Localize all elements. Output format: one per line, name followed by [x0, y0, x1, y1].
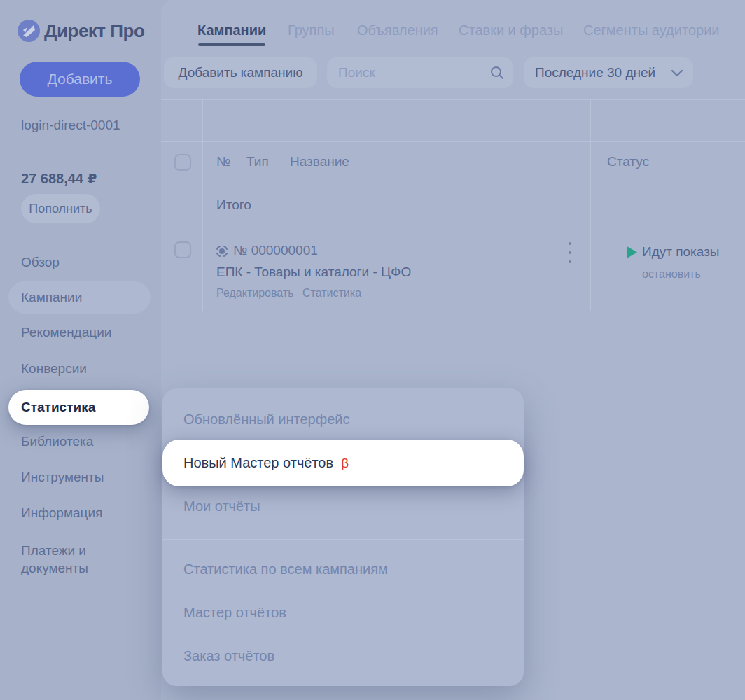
stop-campaign-link[interactable]: остановить [642, 268, 701, 281]
total-row-label: Итого [216, 197, 251, 213]
sidebar-item-statistics[interactable]: Статистика [21, 398, 95, 417]
table-column-divider [590, 99, 591, 311]
search-icon [489, 65, 505, 80]
menu-item-new-report-wizard[interactable]: Новый Мастер отчётов β [162, 440, 524, 486]
sidebar-item-tools[interactable]: Инструменты [21, 468, 104, 487]
app-title: Директ Про [44, 20, 144, 42]
table-border [161, 141, 745, 142]
status-badge: Идут показы [642, 244, 720, 260]
menu-item-label: Новый Мастер отчётов [183, 455, 333, 471]
table-border [161, 99, 745, 100]
menu-item-report-wizard[interactable]: Мастер отчётов [183, 603, 286, 622]
date-range-selector[interactable]: Последние 30 дней [524, 57, 693, 88]
column-header-number[interactable]: № [216, 153, 230, 170]
table-column-divider [202, 99, 203, 311]
campaign-edit-link[interactable]: Редактировать [216, 287, 294, 300]
topup-button[interactable]: Пополнить [21, 194, 100, 223]
direct-pro-logo-icon [18, 20, 40, 42]
menu-item-stats-all-campaigns[interactable]: Статистика по всем кампаниям [183, 559, 388, 579]
play-icon [626, 246, 638, 259]
sidebar-divider [21, 150, 140, 151]
tab-audience-segments[interactable]: Сегменты аудитории [583, 21, 719, 39]
tab-bids-phrases[interactable]: Ставки и фразы [459, 21, 563, 39]
add-button[interactable]: Добавить [20, 62, 140, 97]
menu-item-updated-interface[interactable]: Обновлённый интерфейс [183, 410, 349, 429]
select-all-checkbox[interactable] [174, 154, 191, 171]
table-border [161, 311, 745, 312]
tab-campaigns[interactable]: Кампании [197, 21, 266, 39]
menu-divider [162, 539, 524, 540]
column-header-type[interactable]: Тип [246, 153, 269, 170]
menu-item-order-reports[interactable]: Заказ отчётов [183, 646, 274, 666]
column-header-name[interactable]: Название [290, 153, 349, 170]
chevron-down-icon [671, 69, 683, 77]
search-input[interactable] [337, 64, 473, 81]
campaign-number[interactable]: № 000000001 [233, 243, 318, 258]
sidebar-item-recommendations[interactable]: Рекомендации [21, 323, 111, 342]
sidebar-item-payments[interactable]: Платежи и документы [21, 542, 147, 577]
table-border [161, 230, 745, 230]
search-field[interactable] [327, 57, 513, 88]
sidebar-item-conversions[interactable]: Конверсии [21, 359, 87, 379]
account-balance: 27 688,44 ₽ [21, 170, 97, 187]
sidebar-item-overview[interactable]: Обзор [21, 253, 60, 272]
date-range-value: Последние 30 дней [535, 65, 655, 80]
account-login: login-direct-0001 [21, 118, 120, 133]
tab-ads[interactable]: Объявления [357, 21, 438, 39]
beta-badge: β [341, 456, 349, 471]
campaign-type-icon [216, 245, 228, 258]
tab-groups[interactable]: Группы [288, 21, 335, 39]
sidebar-item-information[interactable]: Информация [21, 503, 102, 523]
menu-item-my-reports[interactable]: Мои отчёты [183, 496, 260, 516]
sidebar-item-library[interactable]: Библиотека [21, 432, 93, 451]
table-border [161, 183, 745, 183]
campaign-stats-link[interactable]: Статистика [302, 287, 361, 300]
row-checkbox[interactable] [174, 241, 191, 258]
sidebar-item-campaigns[interactable]: Кампании [21, 288, 82, 307]
statistics-dropdown-menu: Обновлённый интерфейс Новый Мастер отчёт… [162, 388, 524, 686]
active-tab-underline [198, 43, 265, 46]
kebab-menu-icon[interactable] [564, 242, 576, 263]
campaign-name[interactable]: ЕПК - Товары и каталоги - ЦФО [216, 265, 411, 280]
add-campaign-button[interactable]: Добавить кампанию [164, 57, 317, 88]
column-header-status[interactable]: Статус [607, 153, 649, 170]
